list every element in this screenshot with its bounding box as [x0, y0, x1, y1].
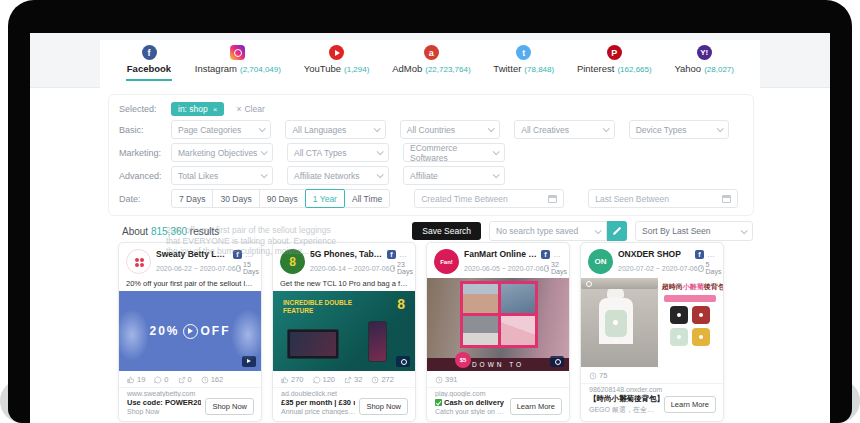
tab-facebook[interactable]: f Facebook — [126, 45, 172, 88]
ad-text: Get the new TCL 10 Pro and bag a free TC… — [273, 278, 415, 291]
sort-select[interactable]: Sort By Last Seen — [635, 221, 753, 241]
tab-count: (2,704,049) — [240, 65, 281, 74]
more-icon[interactable]: … — [707, 250, 716, 259]
affiliate-select[interactable]: Affiliate — [403, 166, 505, 185]
preset-7-days[interactable]: 7 Days — [171, 189, 213, 208]
device-types-select[interactable]: Device Types — [629, 120, 729, 139]
ad-media[interactable]: 超時尚小雛菊後背包 — [581, 278, 723, 367]
twitter-icon: t — [516, 45, 531, 60]
ad-media[interactable]: INCREDIBLE DOUBLEFEATURE 8 — [273, 291, 415, 371]
more-icon[interactable]: … — [399, 250, 408, 259]
ecommerce-softwares-select[interactable]: ECommerce Softwares — [403, 143, 505, 162]
page-title[interactable]: ONXDER SHOP — [618, 249, 692, 259]
admob-icon: a — [424, 45, 439, 60]
page-categories-select[interactable]: Page Categories — [171, 120, 271, 139]
clock-icon — [698, 265, 704, 272]
likes-stat: 270 — [281, 375, 304, 384]
filter-panel: Selected: in: shop× ×Clear Basic: Page C… — [108, 94, 754, 216]
ad-headline: Cash on delivery Days fr... — [435, 398, 506, 407]
photo-badge-icon — [581, 278, 658, 289]
tab-instagram[interactable]: Instagram (2,704,049) — [195, 45, 281, 88]
chip-close-icon[interactable]: × — [213, 105, 218, 114]
languages-select[interactable]: All Languages — [285, 120, 385, 139]
save-search-button[interactable]: Save Search — [412, 222, 481, 240]
days-running: 23 Days — [397, 261, 415, 275]
cta-button[interactable]: Learn More — [510, 398, 562, 415]
preset-1-year[interactable]: 1 Year — [305, 189, 345, 208]
label-pill — [664, 295, 716, 302]
tab-youtube[interactable]: YouTube (1,294) — [304, 45, 370, 88]
ad-card[interactable]: 8 5G Phones, Tablets & SIMs | ... f … 20… — [272, 242, 416, 422]
more-icon[interactable]: … — [553, 250, 562, 259]
banner-strip: DOWN TO — [427, 358, 569, 371]
backpack-grid — [662, 306, 719, 346]
price-bubble: $5 — [455, 352, 471, 368]
landing-url[interactable]: 986208148.onxder.com — [581, 384, 723, 393]
ad-subline: Shop Now — [127, 408, 201, 415]
saved-search-select[interactable]: No search type saved — [489, 221, 627, 241]
play-icon[interactable] — [183, 324, 198, 339]
landing-url[interactable]: play.google.com — [427, 388, 569, 397]
edit-saved-search-button[interactable] — [607, 221, 627, 241]
marketing-objectives-select[interactable]: Marketing Objectives — [171, 143, 273, 162]
preset-90-days[interactable]: 90 Days — [259, 189, 306, 208]
last-seen-input[interactable]: Last Seen Between — [588, 189, 738, 208]
card-footer: 【時尚小雛菊後背包】小雛菊刺... GEGO 嚴選，在全球深入合作... Lea… — [581, 393, 723, 421]
ad-headline: Use code: POWER20 — [127, 398, 201, 407]
tab-pinterest[interactable]: P Pinterest (162,665) — [577, 45, 652, 88]
affiliate-networks-select[interactable]: Affiliate Networks — [287, 166, 389, 185]
more-icon[interactable]: … — [245, 250, 254, 259]
cta-button[interactable]: Shop Now — [205, 398, 254, 415]
avatar: ON — [588, 249, 613, 274]
card-footer: Cash on delivery Days fr... Catch your s… — [427, 397, 569, 421]
ad-media[interactable]: 20%OFF — [119, 291, 261, 371]
ad-card[interactable]: Sweaty Betty London | Wom... f … 2020-06… — [118, 242, 262, 422]
yahoo-icon: Y! — [697, 45, 712, 60]
filter-chip-shop[interactable]: in: shop× — [171, 102, 224, 116]
chevron-down-icon — [261, 148, 268, 155]
instagram-icon — [230, 45, 245, 60]
countries-select[interactable]: All Countries — [400, 120, 500, 139]
tab-twitter[interactable]: t Twitter (78,848) — [493, 45, 554, 88]
ad-headline: £35 per month | £30 upfront | ... — [281, 398, 355, 407]
landing-url[interactable]: ad.doubleclick.net — [273, 388, 415, 397]
comment-icon — [154, 376, 162, 384]
calendar-icon — [548, 195, 557, 203]
page-title[interactable]: 5G Phones, Tablets & SIMs | ... — [310, 249, 384, 259]
cta-button[interactable]: Learn More — [664, 396, 716, 413]
clear-filters-button[interactable]: ×Clear — [236, 104, 264, 114]
total-likes-select[interactable]: Total Likes — [171, 166, 273, 185]
ad-card[interactable]: ON ONXDER SHOP f … 2020-07-02 ~ 2020-07-… — [580, 242, 724, 422]
basic-filters-row: Basic: Page Categories All Languages All… — [119, 120, 743, 139]
advanced-filters-row: Advanced: Total Likes Affiliate Networks… — [119, 166, 743, 185]
ad-media[interactable]: $5 DOWN TO — [427, 278, 569, 371]
ad-card[interactable]: Fan! FanMart Online Shopping - F... f … … — [426, 242, 570, 422]
page-title[interactable]: Sweaty Betty London | Wom... — [156, 249, 230, 259]
cta-types-select[interactable]: All CTA Types — [287, 143, 389, 162]
active-tab-underline — [126, 79, 172, 81]
ad-subline: Annual price changes and terms ... — [281, 408, 355, 415]
chevron-down-icon — [741, 227, 748, 234]
results-actions: Save Search No search type saved Sort By… — [412, 221, 753, 241]
created-time-input[interactable]: Created Time Between — [414, 189, 564, 208]
card-header: ON ONXDER SHOP f … 2020-07-02 ~ 2020-07-… — [581, 243, 723, 278]
page-title[interactable]: FanMart Online Shopping - F... — [464, 249, 538, 259]
clock-icon — [589, 372, 597, 380]
chevron-down-icon — [259, 125, 266, 132]
duration-stat: 391 — [435, 375, 458, 384]
tab-admob[interactable]: a AdMob (22,723,764) — [392, 45, 470, 88]
results-count: About 815,360 results — [122, 226, 219, 237]
creatives-select[interactable]: All Creatives — [514, 120, 614, 139]
preset-30-days[interactable]: 30 Days — [212, 189, 259, 208]
preset-all-time[interactable]: All Time — [344, 189, 390, 208]
clock-icon — [371, 376, 379, 384]
chevron-down-icon — [717, 125, 724, 132]
tab-yahoo[interactable]: Y! Yahoo (28,027) — [674, 45, 734, 88]
cta-button[interactable]: Shop Now — [359, 398, 408, 415]
landing-url[interactable]: www.sweatybetty.com — [119, 388, 261, 397]
tv-image — [287, 329, 339, 359]
stats-row: 270 120 32 272 — [273, 371, 415, 388]
clock-icon — [435, 376, 443, 384]
ad-headline: 【時尚小雛菊後背包】小雛菊刺... — [589, 394, 660, 404]
check-icon — [435, 399, 442, 406]
